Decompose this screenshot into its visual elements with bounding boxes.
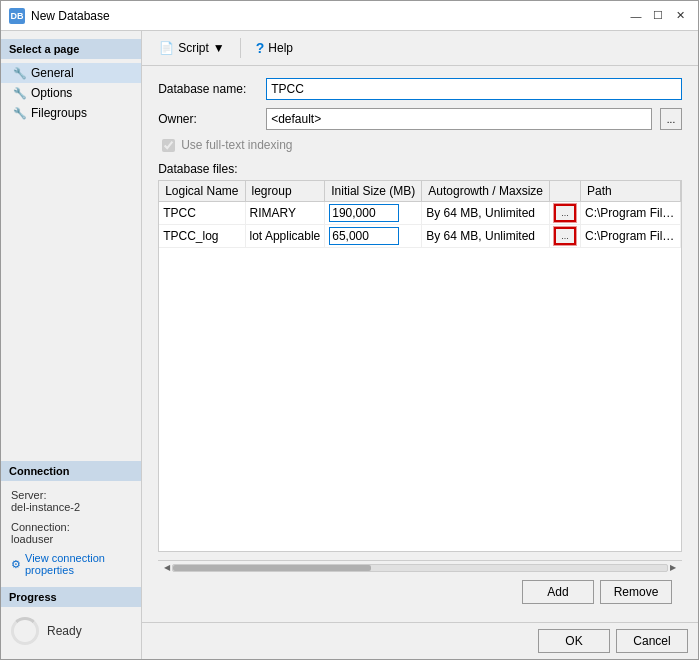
connection-info: Connection: loaduser — [1, 517, 141, 549]
view-connection-link[interactable]: ⚙ View connection properties — [1, 549, 141, 579]
db-name-input[interactable] — [266, 78, 682, 100]
col-logical-name: Logical Name — [159, 181, 245, 202]
cell-logical-name-1: TPCC — [159, 202, 245, 225]
help-button[interactable]: ? Help — [249, 37, 300, 59]
action-row: Add Remove — [158, 574, 682, 610]
col-ellipsis — [550, 181, 581, 202]
progress-title: Progress — [1, 587, 141, 607]
help-label: Help — [268, 41, 293, 55]
progress-spinner — [11, 617, 39, 645]
sidebar-item-filegroups[interactable]: 🔧 Filegroups — [1, 103, 141, 123]
connection-label: Connection: — [11, 521, 131, 533]
sidebar-item-filegroups-label: Filegroups — [31, 106, 87, 120]
progress-text: Ready — [47, 624, 82, 638]
cancel-button[interactable]: Cancel — [616, 629, 688, 653]
close-button[interactable]: ✕ — [670, 6, 690, 26]
minimize-button[interactable]: — — [626, 6, 646, 26]
script-dropdown-icon: ▼ — [213, 41, 225, 55]
col-filegroup: legroup — [245, 181, 325, 202]
cell-path-2: C:\Program Files\ — [581, 225, 681, 248]
title-bar-left: DB New Database — [9, 8, 110, 24]
owner-input[interactable] — [266, 108, 652, 130]
connection-title: Connection — [1, 461, 141, 481]
cell-logical-name-2: TPCC_log — [159, 225, 245, 248]
cell-autogrowth-1: By 64 MB, Unlimited — [422, 202, 550, 225]
scrollbar-thumb — [173, 565, 371, 571]
form-area: Database name: Owner: ... Use full-text … — [142, 66, 698, 622]
ellipsis-btn-2[interactable]: ... — [554, 227, 576, 245]
toolbar: 📄 Script ▼ ? Help — [142, 31, 698, 66]
remove-button[interactable]: Remove — [600, 580, 672, 604]
sidebar: Select a page 🔧 General 🔧 Options 🔧 File… — [1, 31, 142, 659]
wrench-icon-2: 🔧 — [13, 87, 27, 100]
col-path: Path — [581, 181, 681, 202]
cell-btn-1: ... — [550, 202, 581, 225]
db-files-table: Logical Name legroup Initial Size (MB) A… — [159, 181, 681, 248]
cell-btn-2: ... — [550, 225, 581, 248]
col-autogrowth: Autogrowth / Maxsize — [422, 181, 550, 202]
cell-filegroup-1: RIMARY — [245, 202, 325, 225]
title-bar: DB New Database — ☐ ✕ — [1, 1, 698, 31]
scroll-right-arrow[interactable]: ▶ — [668, 563, 678, 572]
wrench-icon-3: 🔧 — [13, 107, 27, 120]
main-window: DB New Database — ☐ ✕ Select a page 🔧 Ge… — [0, 0, 699, 660]
server-label: Server: — [11, 489, 131, 501]
sidebar-item-options-label: Options — [31, 86, 72, 100]
cell-size-1[interactable] — [325, 202, 422, 225]
scroll-left-arrow[interactable]: ◀ — [162, 563, 172, 572]
cell-filegroup-2: lot Applicable — [245, 225, 325, 248]
wrench-icon: 🔧 — [13, 67, 27, 80]
footer-row: OK Cancel — [142, 622, 698, 659]
connection-section: Connection Server: del-instance-2 Connec… — [1, 461, 141, 579]
server-value: del-instance-2 — [11, 501, 131, 513]
toolbar-separator — [240, 38, 241, 58]
cell-path-1: C:\Program Files\ — [581, 202, 681, 225]
owner-browse-button[interactable]: ... — [660, 108, 682, 130]
ellipsis-btn-1[interactable]: ... — [554, 204, 576, 222]
main-panel: 📄 Script ▼ ? Help Database name: Owner: — [142, 31, 698, 659]
scrollbar-track[interactable] — [172, 564, 668, 572]
size-input-2[interactable] — [329, 227, 399, 245]
script-label: Script — [178, 41, 209, 55]
db-name-label: Database name: — [158, 82, 258, 96]
content-area: Select a page 🔧 General 🔧 Options 🔧 File… — [1, 31, 698, 659]
db-files-label: Database files: — [158, 162, 682, 176]
col-initial-size: Initial Size (MB) — [325, 181, 422, 202]
owner-label: Owner: — [158, 112, 258, 126]
table-row: TPCC RIMARY By 64 MB, Unlimited ... C:\P… — [159, 202, 680, 225]
select-page-title: Select a page — [1, 39, 141, 59]
fulltext-row: Use full-text indexing — [158, 138, 682, 152]
server-info: Server: del-instance-2 — [1, 485, 141, 517]
view-connection-text: View connection properties — [25, 552, 131, 576]
progress-section: Progress Ready — [1, 587, 141, 651]
progress-content: Ready — [1, 611, 141, 651]
title-controls: — ☐ ✕ — [626, 6, 690, 26]
db-name-row: Database name: — [158, 78, 682, 100]
scrollbar-row: ◀ ▶ — [158, 560, 682, 574]
script-button[interactable]: 📄 Script ▼ — [152, 38, 232, 58]
cell-autogrowth-2: By 64 MB, Unlimited — [422, 225, 550, 248]
fulltext-checkbox — [162, 139, 175, 152]
sidebar-item-general-label: General — [31, 66, 74, 80]
size-input-1[interactable] — [329, 204, 399, 222]
window-title: New Database — [31, 9, 110, 23]
connection-icon: ⚙ — [11, 558, 21, 571]
cell-size-2[interactable] — [325, 225, 422, 248]
maximize-button[interactable]: ☐ — [648, 6, 668, 26]
sidebar-item-options[interactable]: 🔧 Options — [1, 83, 141, 103]
help-icon: ? — [256, 40, 265, 56]
table-header-row: Logical Name legroup Initial Size (MB) A… — [159, 181, 680, 202]
script-icon: 📄 — [159, 41, 174, 55]
window-icon: DB — [9, 8, 25, 24]
connection-value: loaduser — [11, 533, 131, 545]
table-row: TPCC_log lot Applicable By 64 MB, Unlimi… — [159, 225, 680, 248]
add-button[interactable]: Add — [522, 580, 594, 604]
ok-button[interactable]: OK — [538, 629, 610, 653]
owner-row: Owner: ... — [158, 108, 682, 130]
db-files-table-container: Logical Name legroup Initial Size (MB) A… — [158, 180, 682, 552]
fulltext-label: Use full-text indexing — [181, 138, 292, 152]
sidebar-item-general[interactable]: 🔧 General — [1, 63, 141, 83]
